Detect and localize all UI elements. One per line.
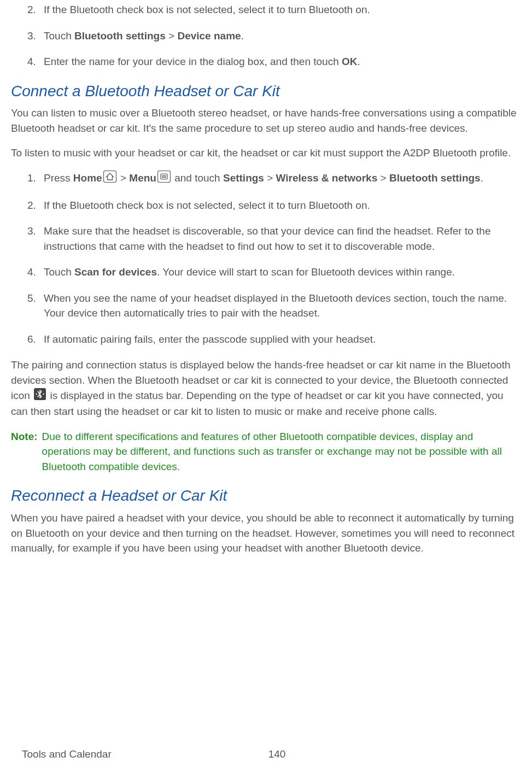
paragraph: The pairing and connection status is dis… — [11, 357, 521, 419]
step-b4: 4. Touch Scan for devices. Your device w… — [27, 265, 521, 280]
paragraph: When you have paired a headset with your… — [11, 511, 521, 556]
svg-rect-0 — [103, 171, 116, 183]
step-text: Touch Bluetooth settings > Device name. — [44, 28, 521, 44]
page-footer: Tools and Calendar 140 — [22, 747, 532, 762]
step-number: 5. — [27, 291, 40, 321]
heading-reconnect: Reconnect a Headset or Car Kit — [11, 485, 521, 507]
note-label: Note: — [11, 429, 38, 474]
step-text: If the Bluetooth check box is not select… — [44, 198, 521, 213]
step-number: 1. — [27, 171, 40, 187]
step-text: Touch Scan for devices. Your device will… — [44, 265, 521, 280]
step-text: When you see the name of your headset di… — [44, 291, 521, 321]
step-number: 4. — [27, 265, 40, 280]
menu-icon — [157, 171, 171, 187]
step-b1: 1. Press Home > Menu and touch Settings … — [27, 171, 521, 187]
footer-section: Tools and Calendar — [22, 747, 112, 762]
step-number: 6. — [27, 332, 40, 347]
step-number: 4. — [27, 54, 40, 69]
step-a3: 3. Touch Bluetooth settings > Device nam… — [27, 28, 521, 44]
svg-point-7 — [36, 394, 37, 395]
step-b5: 5. When you see the name of your headset… — [27, 291, 521, 321]
step-text: If the Bluetooth check box is not select… — [44, 2, 521, 17]
step-number: 3. — [27, 224, 40, 254]
step-b2: 2. If the Bluetooth check box is not sel… — [27, 198, 521, 213]
paragraph: To listen to music with your headset or … — [11, 145, 521, 161]
step-text: If automatic pairing fails, enter the pa… — [44, 332, 521, 347]
step-b6: 6. If automatic pairing fails, enter the… — [27, 332, 521, 347]
paragraph: You can listen to music over a Bluetooth… — [11, 105, 521, 136]
bluetooth-connected-icon — [34, 388, 46, 404]
steps-list-b: 1. Press Home > Menu and touch Settings … — [27, 171, 521, 347]
step-number: 2. — [27, 198, 40, 213]
step-a4: 4. Enter the name for your device in the… — [27, 54, 521, 69]
step-text: Enter the name for your device in the di… — [44, 54, 521, 69]
steps-list-a: 2. If the Bluetooth check box is not sel… — [27, 2, 521, 69]
svg-point-8 — [43, 394, 44, 395]
step-text: Make sure that the headset is discoverab… — [44, 224, 521, 254]
page-number: 140 — [268, 747, 286, 762]
heading-connect-bluetooth: Connect a Bluetooth Headset or Car Kit — [11, 80, 521, 103]
note-block: Note: Due to different specifications an… — [11, 429, 521, 474]
note-text: Due to different specifications and feat… — [42, 429, 521, 474]
step-text: Press Home > Menu and touch Settings > W… — [44, 171, 521, 187]
step-number: 2. — [27, 2, 40, 17]
step-number: 3. — [27, 28, 40, 44]
home-icon — [103, 171, 116, 187]
step-b3: 3. Make sure that the headset is discove… — [27, 224, 521, 254]
step-a2: 2. If the Bluetooth check box is not sel… — [27, 2, 521, 17]
